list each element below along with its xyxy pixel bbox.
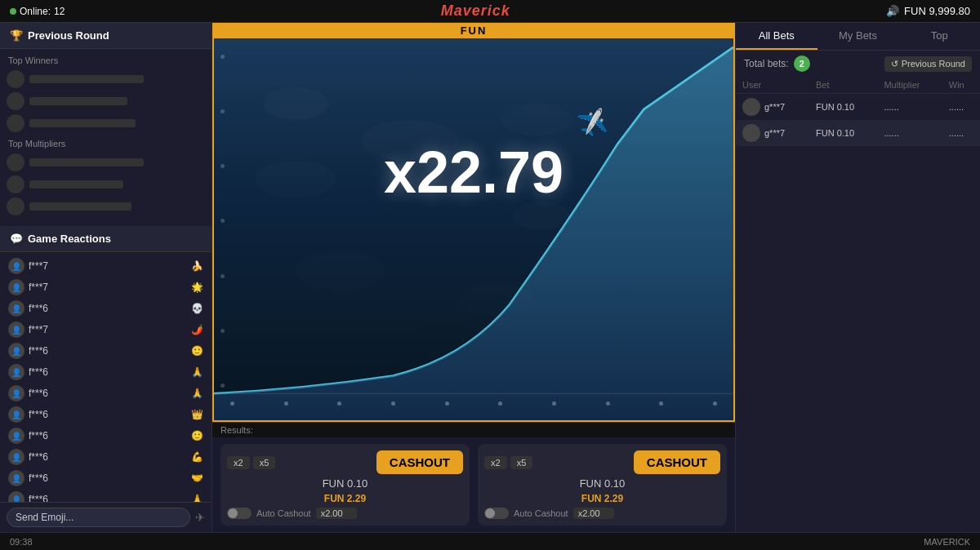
- skeleton-row-3: [7, 114, 205, 132]
- chat-icon: 💬: [10, 233, 23, 245]
- reaction-emoji-1: 🌟: [191, 282, 203, 293]
- reaction-user-8: 👤 f***6: [8, 428, 48, 444]
- skeleton-circle: [7, 114, 24, 132]
- previous-round-title: Previous Round: [28, 29, 109, 42]
- balance-display: FUN 9,999.80: [904, 5, 970, 17]
- col-bet: Bet: [809, 77, 877, 94]
- reaction-emoji-11: 🙏: [191, 494, 203, 502]
- auto-cashout-toggle-2[interactable]: [484, 508, 509, 519]
- auto-cashout-label-1: Auto Cashout: [256, 508, 311, 518]
- send-icon: ✈: [195, 511, 205, 524]
- skeleton-circle: [7, 175, 24, 193]
- list-item: 👤 f***7 🍌: [5, 255, 207, 277]
- game-reactions-header: 💬 Game Reactions: [0, 226, 212, 252]
- bet-multiplier-1: ......: [877, 120, 942, 146]
- tab-all-bets[interactable]: All Bets: [736, 23, 817, 50]
- list-item: 👤 f***6 🙏: [5, 361, 207, 383]
- auto-cashout-toggle-1[interactable]: [227, 508, 252, 519]
- bet-amount-0: FUN 0.10: [809, 94, 877, 121]
- avatar-sm-5: 👤: [8, 364, 24, 380]
- auto-cashout-value-1[interactable]: [316, 508, 357, 519]
- cashout-btn-1[interactable]: CASHOUT: [376, 450, 463, 474]
- bet-multiplier-0: ......: [877, 94, 942, 121]
- bets-table: User Bet Multiplier Win g***7 FUN 0.10 .…: [736, 77, 980, 146]
- avatar-sm-6: 👤: [8, 385, 24, 401]
- list-item: 👤 f***6 💪: [5, 446, 207, 468]
- reaction-username-10: f***6: [29, 472, 48, 484]
- multiplier-display: x22.79: [384, 139, 564, 206]
- reactions-list: 👤 f***7 🍌 👤 f***7 🌟 👤 f***6 💀 👤 f***7 🌶️…: [0, 252, 212, 502]
- bet-top-row-2: x2 x5 CASHOUT: [484, 450, 720, 474]
- reaction-user-10: 👤 f***6: [8, 470, 48, 486]
- previous-round-btn-label: Previous Round: [902, 59, 965, 69]
- reaction-user-5: 👤 f***6: [8, 364, 48, 380]
- reaction-emoji-0: 🍌: [191, 260, 203, 272]
- top-multipliers-label: Top Multipliers: [7, 139, 205, 149]
- topbar: Online: 12 Maverick 🔊 FUN 9,999.80: [0, 0, 980, 23]
- online-count: 12: [54, 6, 65, 17]
- bet-panel-2: x2 x5 CASHOUT FUN 0.10 FUN 2.29 Auto Cas…: [478, 444, 727, 526]
- col-user: User: [736, 77, 809, 94]
- timeline-dot: [552, 401, 556, 406]
- mult-x5-btn-2[interactable]: x5: [510, 456, 533, 469]
- skeleton-circle: [7, 153, 24, 171]
- send-button[interactable]: ✈: [195, 511, 205, 524]
- reaction-username-4: f***6: [29, 345, 48, 357]
- bet-win-amount-1: FUN 2.29: [227, 493, 463, 504]
- emoji-placeholder: Send Emoji...: [16, 512, 74, 523]
- timeline-dot: [337, 401, 341, 406]
- list-item: 👤 f***6 🙏: [5, 383, 207, 404]
- list-item: 👤 f***6 💀: [5, 298, 207, 319]
- sound-icon[interactable]: 🔊: [886, 5, 899, 17]
- emoji-input[interactable]: Send Emoji...: [7, 508, 190, 527]
- avatar-sm-1: 👤: [8, 279, 24, 295]
- reaction-user-9: 👤 f***6: [8, 449, 48, 465]
- username-0: g***7: [764, 102, 785, 112]
- reaction-emoji-10: 🤝: [191, 472, 203, 484]
- topbar-right: 🔊 FUN 9,999.80: [886, 5, 970, 17]
- auto-cashout-value-2[interactable]: [573, 508, 614, 519]
- reaction-username-0: f***7: [29, 260, 48, 272]
- reaction-username-8: f***6: [29, 430, 48, 441]
- tab-top[interactable]: Top: [898, 23, 980, 50]
- game-reactions-section: 💬 Game Reactions 👤 f***7 🍌 👤 f***7 🌟 👤 f…: [0, 226, 212, 532]
- timeline-dot: [498, 401, 502, 406]
- reaction-user-4: 👤 f***6: [8, 343, 48, 359]
- auto-cashout-label-2: Auto Cashout: [514, 508, 568, 518]
- avatar-sm-3: 👤: [8, 322, 24, 338]
- reaction-emoji-4: 🙂: [191, 345, 203, 357]
- skeleton-bar: [29, 180, 123, 189]
- timeline-dot: [606, 401, 610, 406]
- bet-user-1: g***7: [736, 120, 809, 146]
- tab-my-bets[interactable]: My Bets: [817, 23, 899, 50]
- mult-x2-btn-2[interactable]: x2: [484, 456, 507, 469]
- skeleton-bar: [29, 158, 144, 166]
- skeleton-circle: [7, 92, 24, 110]
- center-area: FUN: [212, 23, 735, 532]
- online-label: Online:: [20, 6, 51, 17]
- timeline-dot: [659, 401, 663, 406]
- online-indicator: Online: 12: [10, 6, 65, 17]
- mult-x2-btn-1[interactable]: x2: [227, 456, 250, 469]
- list-item: 👤 f***6 🤝: [5, 468, 207, 489]
- toggle-knob-2: [485, 508, 495, 518]
- reaction-user-7: 👤 f***6: [8, 406, 48, 423]
- table-row: g***7 FUN 0.10 ...... ......: [736, 94, 980, 121]
- online-dot: [10, 6, 16, 17]
- refresh-icon: ↺: [891, 59, 898, 69]
- list-item: 👤 f***7 🌟: [5, 277, 207, 298]
- bet-amount-2: FUN 0.10: [484, 477, 720, 490]
- auto-cashout-row-2: Auto Cashout: [484, 508, 720, 519]
- reaction-user-3: 👤 f***7: [8, 322, 48, 338]
- bet-win-amount-2: FUN 2.29: [484, 493, 720, 504]
- top-winners-section: Top Winners Top Multipliers: [0, 49, 212, 226]
- mult-x5-btn-1[interactable]: x5: [253, 456, 276, 469]
- bet-controls: x2 x5 CASHOUT FUN 0.10 FUN 2.29 Auto Cas…: [212, 437, 735, 532]
- previous-round-btn[interactable]: ↺ Previous Round: [884, 56, 972, 72]
- avatar-sm-2: 👤: [8, 300, 24, 317]
- skeleton-row-5: [7, 175, 205, 193]
- cashout-btn-2[interactable]: CASHOUT: [634, 450, 720, 474]
- total-bets-row: Total bets: 2 ↺ Previous Round: [736, 51, 980, 77]
- previous-round-header: 🏆 Previous Round: [0, 23, 212, 49]
- skeleton-row-1: [7, 70, 205, 88]
